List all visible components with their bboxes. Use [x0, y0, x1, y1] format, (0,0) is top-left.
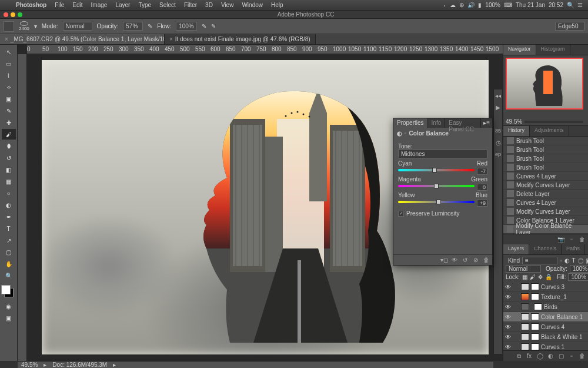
layer-item[interactable]: 👁Curves 1	[503, 342, 588, 350]
fx-icon[interactable]: fx	[526, 353, 533, 360]
filter-pixel-icon[interactable]: ▫	[560, 257, 562, 264]
menubar-time[interactable]: 20:52	[547, 2, 565, 8]
color-balance-slider[interactable]	[398, 185, 475, 190]
slider-value-input[interactable]: +9	[477, 200, 487, 207]
visibility-toggle-icon[interactable]: 👁	[505, 344, 512, 350]
history-item[interactable]: Brush Tool	[503, 154, 588, 163]
path-tool-icon[interactable]: ↗	[2, 235, 16, 246]
tone-select[interactable]: Midtones	[398, 150, 487, 158]
menubar-date[interactable]: Thu 21 Jan	[514, 2, 547, 8]
dropbox-icon[interactable]: ⬪	[441, 2, 448, 8]
history-item[interactable]: Curves 4 Layer	[503, 172, 588, 181]
visibility-toggle-icon[interactable]: 👁	[505, 304, 512, 310]
navigator-zoom-value[interactable]: 49.5%	[506, 118, 522, 125]
notification-icon[interactable]: ☰	[576, 2, 584, 8]
clock-icon[interactable]: ◷	[495, 139, 502, 146]
history-item[interactable]: Modify Curves Layer	[503, 207, 588, 216]
navigator-zoom-slider[interactable]	[524, 121, 583, 123]
spotlight-icon[interactable]: 🔍	[565, 2, 576, 8]
layer-name[interactable]: Curves 1	[541, 344, 587, 350]
gradient-tool-icon[interactable]: ▦	[2, 176, 16, 187]
trash-icon[interactable]: 🗑	[579, 236, 586, 243]
pressure-opacity-icon[interactable]: ✎	[148, 23, 152, 29]
panel-menu-icon[interactable]: ▸≡	[481, 118, 492, 128]
keyboard-icon[interactable]: ⌨	[502, 2, 514, 8]
layer-name[interactable]: Color Balance 1	[541, 314, 587, 320]
blend-mode-select[interactable]: Normal	[63, 22, 92, 31]
menu-filter[interactable]: Filter	[180, 2, 201, 8]
current-tool-icon[interactable]	[4, 21, 14, 32]
volume-icon[interactable]: 🔊	[466, 2, 476, 8]
color-balance-slider[interactable]	[398, 169, 475, 174]
history-item[interactable]: Modify Curves Layer	[503, 181, 588, 190]
layer-item[interactable]: 👁Curves 4	[503, 322, 588, 332]
history-tab[interactable]: History	[503, 126, 530, 136]
layers-tab[interactable]: Layers	[503, 244, 529, 254]
color-balance-slider[interactable]	[398, 201, 475, 205]
layer-thumbnail[interactable]	[521, 333, 529, 340]
layer-name[interactable]: Black & White 1	[541, 334, 587, 340]
ruler-vertical[interactable]	[18, 54, 27, 361]
expand-icon[interactable]: ◂◂	[495, 92, 502, 99]
adjustment-icon[interactable]: ◐	[547, 353, 554, 360]
crop-tool-icon[interactable]: ▣	[2, 94, 16, 104]
layer-mask-thumbnail[interactable]	[531, 293, 539, 300]
layer-mask-thumbnail[interactable]	[534, 303, 542, 310]
layer-thumbnail[interactable]	[521, 343, 529, 350]
brush-size-value[interactable]: 2400	[19, 26, 29, 31]
layer-thumbnail[interactable]	[521, 303, 529, 310]
slider-value-input[interactable]: 0	[477, 184, 487, 191]
blur-tool-icon[interactable]: ○	[2, 188, 16, 198]
layer-blend-select[interactable]: Normal	[506, 265, 541, 273]
window-minimize-button[interactable]	[11, 12, 15, 17]
history-item[interactable]: Modify Color Balance Layer	[503, 225, 588, 234]
layer-mask-thumbnail[interactable]	[531, 313, 539, 320]
eraser-tool-icon[interactable]: ◧	[2, 164, 16, 175]
quickmask-icon[interactable]: ◉	[2, 301, 16, 311]
lasso-tool-icon[interactable]: ⌇	[2, 70, 16, 81]
tab-close-icon[interactable]: ×	[169, 36, 173, 42]
easypanel-tab[interactable]: Easy Panel CC	[445, 118, 481, 128]
panel-icon[interactable]: 85	[495, 127, 502, 134]
layer-name[interactable]: Texture_1	[541, 294, 587, 300]
pen-tool-icon[interactable]: ✒	[2, 211, 16, 222]
history-item[interactable]: Curves 4 Layer	[503, 198, 588, 207]
document-tab[interactable]: × _MG_6607.CR2 @ 49.5% (Color Balance 1,…	[0, 34, 165, 44]
menu-3d[interactable]: 3D	[201, 2, 217, 8]
filter-smart-icon[interactable]: ▣	[586, 257, 588, 264]
menu-select[interactable]: Select	[155, 2, 180, 8]
chevron-right-icon[interactable]: ▸	[44, 362, 46, 368]
preserve-luminosity-checkbox[interactable]: ✓	[398, 211, 404, 217]
type-tool-icon[interactable]: T	[2, 223, 16, 234]
reset-icon[interactable]: ↺	[462, 257, 469, 264]
history-item[interactable]: Brush Tool	[503, 163, 588, 172]
snapshot-icon[interactable]: 📷	[557, 236, 564, 243]
heal-tool-icon[interactable]: ✚	[2, 117, 16, 128]
tab-close-icon[interactable]: ×	[5, 36, 8, 42]
lock-pixel-icon[interactable]: 🖌	[530, 274, 536, 280]
lock-trans-icon[interactable]: ▦	[522, 274, 527, 280]
screenmode-icon[interactable]: ▣	[2, 313, 16, 323]
slider-value-input[interactable]: -7	[477, 168, 487, 175]
menu-help[interactable]: Help	[267, 2, 288, 8]
clip-icon[interactable]: ▾◻	[440, 257, 447, 264]
group-icon[interactable]: ▢	[557, 353, 564, 360]
brush-tool-icon[interactable]: 🖌	[2, 129, 16, 140]
dodge-tool-icon[interactable]: ◐	[2, 200, 16, 210]
layer-item[interactable]: 👁Color Balance 1	[503, 312, 588, 322]
menu-type[interactable]: Type	[134, 2, 155, 8]
layer-name[interactable]: Curves 3	[541, 284, 587, 290]
battery-icon[interactable]: ▮	[476, 2, 483, 8]
properties-tab[interactable]: Properties	[393, 118, 428, 128]
menu-file[interactable]: File	[51, 2, 68, 8]
workspace-switcher[interactable]: Edge50	[555, 22, 584, 31]
filter-type-icon[interactable]: T	[572, 257, 576, 264]
visibility-toggle-icon[interactable]: 👁	[505, 324, 512, 330]
status-doc-size[interactable]: Doc: 126.6M/495.3M	[52, 362, 107, 368]
zoom-tool-icon[interactable]: 🔍	[2, 270, 16, 281]
lock-all-icon[interactable]: 🔒	[545, 274, 552, 280]
filter-shape-icon[interactable]: ▢	[578, 257, 583, 264]
color-swatch-icon[interactable]	[2, 286, 16, 300]
toggle-visibility-icon[interactable]: ⊘	[472, 257, 479, 264]
history-brush-tool-icon[interactable]: ↺	[2, 152, 16, 163]
